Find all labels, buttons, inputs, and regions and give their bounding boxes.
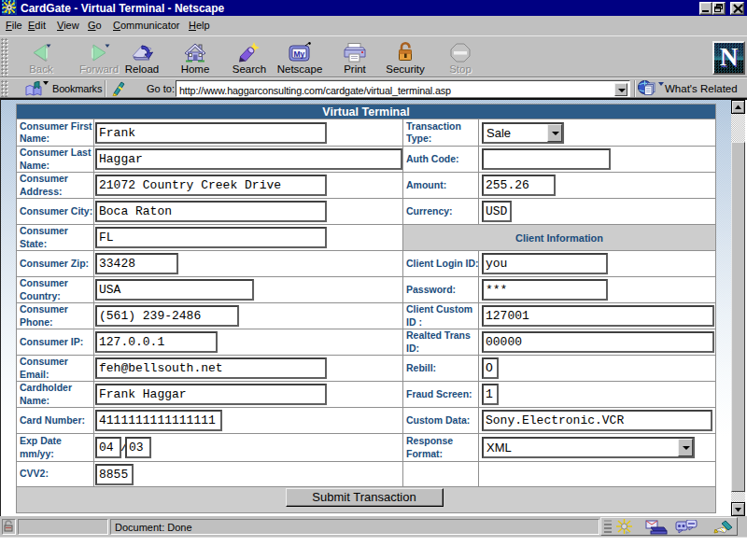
svg-text:My: My (294, 49, 305, 59)
